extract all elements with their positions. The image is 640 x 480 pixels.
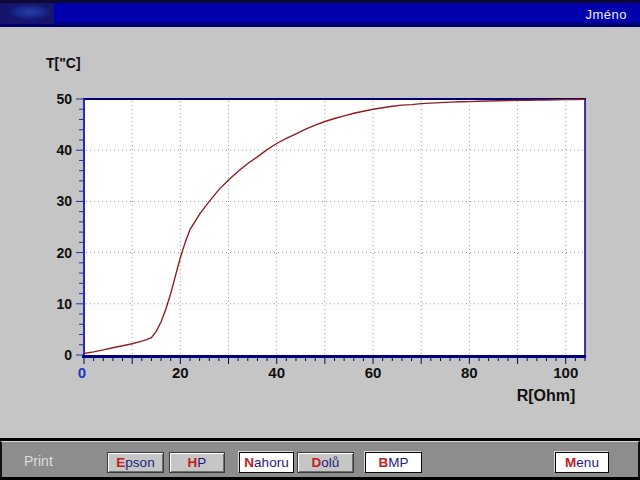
menu-button-label: enu (576, 455, 599, 470)
x-tick-label: 0 (78, 364, 86, 381)
x-tick-label: 60 (365, 364, 382, 381)
x-tick-label: 20 (172, 364, 189, 381)
hp-button-label: P (197, 455, 206, 470)
hp-button-hotkey: H (188, 455, 198, 470)
y-tick-label: 40 (56, 142, 72, 158)
nahoru-button[interactable]: Nahoru (239, 452, 294, 473)
app-window: Jméno 02040608010001020304050 T["C] R[Oh… (0, 0, 640, 480)
y-tick-label: 50 (56, 91, 72, 107)
menu-button-hotkey: M (565, 455, 576, 470)
chart-region: 02040608010001020304050 T["C] R[Ohm] (0, 27, 640, 438)
y-tick-label: 0 (64, 347, 72, 363)
nahoru-button-label: ahoru (254, 455, 289, 470)
footer-band: Print Epson HP Nahoru Dolů BMP Menu (0, 441, 640, 477)
x-tick-label: 100 (553, 364, 578, 381)
x-axis-label: R[Ohm] (500, 387, 592, 405)
epson-button-label: pson (125, 455, 154, 470)
x-tick-label: 80 (461, 364, 478, 381)
y-tick-label: 20 (56, 245, 72, 261)
y-axis-label: T["C] (46, 55, 81, 71)
bmp-button-label: MP (388, 455, 408, 470)
print-label: Print (24, 453, 53, 469)
plot-area (84, 99, 585, 355)
y-tick-label: 10 (56, 296, 72, 312)
epson-button-hotkey: E (116, 455, 125, 470)
menu-button[interactable]: Menu (555, 452, 609, 473)
x-tick-label: 40 (268, 364, 285, 381)
footer-bar: Print Epson HP Nahoru Dolů BMP Menu (0, 438, 640, 480)
epson-button[interactable]: Epson (107, 452, 164, 473)
dolu-button[interactable]: Dolů (297, 452, 354, 473)
bmp-button[interactable]: BMP (365, 452, 422, 473)
hp-button[interactable]: HP (169, 452, 225, 473)
nahoru-button-hotkey: N (244, 455, 254, 470)
chart-plot: 02040608010001020304050 (0, 0, 640, 480)
dolu-button-hotkey: D (312, 455, 322, 470)
dolu-button-label: olů (321, 455, 339, 470)
bmp-button-hotkey: B (379, 455, 389, 470)
y-tick-label: 30 (56, 193, 72, 209)
